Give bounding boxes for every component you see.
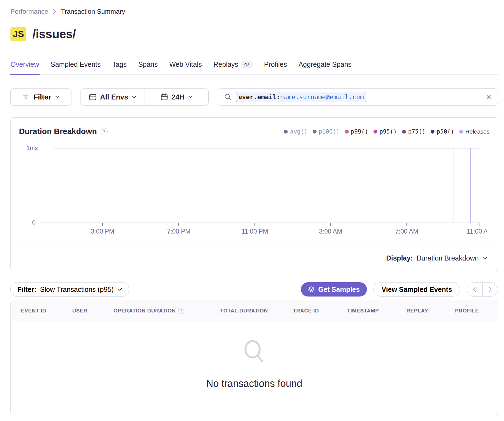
- title-row: JS /issues/: [10, 26, 498, 42]
- empty-state-message: No transactions found: [206, 378, 302, 389]
- x-axis-tick: [406, 223, 407, 226]
- previous-page-button[interactable]: [467, 282, 482, 296]
- column-header-total-duration: TOTAL DURATION: [220, 308, 293, 314]
- breadcrumb: Performance Transaction Summary: [10, 8, 498, 15]
- tab-replays[interactable]: Replays47: [214, 60, 253, 74]
- tab-label: Sampled Events: [51, 60, 101, 68]
- x-axis-tick: [480, 223, 480, 226]
- chevron-down-icon: [55, 96, 60, 98]
- tabs: OverviewSampled EventsTagsSpansWeb Vital…: [10, 60, 498, 75]
- display-selector[interactable]: Duration Breakdown: [416, 254, 487, 262]
- help-icon[interactable]: [178, 308, 184, 314]
- tab-tags[interactable]: Tags: [112, 60, 127, 74]
- display-label: Display:: [386, 254, 413, 262]
- release-marker-line[interactable]: [453, 148, 453, 223]
- empty-state: No transactions found: [11, 321, 498, 389]
- date-range-selector-label: 24H: [171, 93, 185, 101]
- search-token-value: name.surname@email.com: [280, 93, 364, 101]
- filter-lines-icon: [22, 94, 29, 100]
- chevron-down-icon: [482, 257, 487, 260]
- release-marker-line[interactable]: [462, 148, 462, 223]
- pagination: [467, 282, 498, 297]
- page-title: /issues/: [32, 27, 76, 41]
- x-axis-label: 11:00 PM: [242, 228, 268, 235]
- x-axis-tick: [330, 223, 331, 226]
- calendar-icon: [160, 93, 168, 101]
- column-header-label: TRACE ID: [293, 308, 319, 314]
- layers-icon: [308, 286, 315, 293]
- tab-label: Profiles: [264, 60, 287, 68]
- tab-profiles[interactable]: Profiles: [264, 60, 287, 74]
- search-input[interactable]: user.email: name.surname@email.com: [218, 88, 498, 106]
- top-gridline: [54, 148, 480, 149]
- filter-button-label: Filter: [34, 93, 51, 101]
- tab-label: Replays: [214, 60, 238, 68]
- clear-search-icon[interactable]: [486, 94, 492, 100]
- search-token-key: user.email:: [238, 93, 280, 101]
- tab-label: Web Vitals: [169, 60, 202, 68]
- get-samples-button[interactable]: Get Samples: [301, 282, 367, 297]
- date-range-selector[interactable]: 24H: [145, 89, 209, 105]
- y-axis-min-label: 0: [32, 219, 35, 226]
- filter-bar: Filter All Envs 24H: [10, 88, 498, 106]
- column-header-operation-duration: OPERATION DURATION: [113, 308, 220, 314]
- column-header-label: PROFILE: [455, 308, 479, 314]
- tab-sampled-events[interactable]: Sampled Events: [51, 60, 101, 74]
- tab-overview[interactable]: Overview: [10, 60, 39, 74]
- duration-breakdown-card: Duration Breakdown avg()p100()p99()p95()…: [10, 117, 498, 271]
- column-header-replay: REPLAY: [406, 308, 455, 314]
- samples-actions: Get Samples View Sampled Events: [301, 282, 498, 297]
- environment-selector-label: All Envs: [100, 93, 128, 101]
- tab-count-badge: 47: [241, 61, 253, 68]
- get-samples-label: Get Samples: [318, 286, 360, 293]
- x-axis-tick: [102, 223, 103, 226]
- chevron-down-icon: [117, 288, 122, 291]
- table-header-row: EVENT IDUSEROPERATION DURATIONTOTAL DURA…: [11, 300, 498, 321]
- next-page-button[interactable]: [482, 282, 498, 296]
- search-filter-token[interactable]: user.email: name.surname@email.com: [236, 92, 366, 102]
- column-header-user: USER: [72, 308, 113, 314]
- x-axis-tick: [178, 223, 179, 226]
- column-header-timestamp: TIMESTAMP: [347, 308, 406, 314]
- x-axis-line: [40, 223, 480, 223]
- display-selector-value: Duration Breakdown: [416, 254, 479, 262]
- view-sampled-events-button[interactable]: View Sampled Events: [373, 282, 460, 297]
- tab-label: Aggregate Spans: [298, 60, 351, 68]
- tab-label: Overview: [10, 60, 39, 68]
- x-axis-label: 3:00 PM: [91, 228, 114, 235]
- magnifier-empty-icon: [240, 338, 268, 366]
- release-marker-line[interactable]: [470, 148, 471, 223]
- y-axis-max-label: 1ms: [26, 145, 38, 152]
- tab-aggregate-spans[interactable]: Aggregate Spans: [298, 60, 351, 74]
- transaction-filter-dropdown[interactable]: Filter: Slow Transactions (p95): [10, 282, 129, 297]
- column-header-label: REPLAY: [406, 308, 428, 314]
- breadcrumb-performance[interactable]: Performance: [10, 8, 48, 15]
- column-header-label: EVENT ID: [21, 308, 46, 314]
- column-header-event-id: EVENT ID: [21, 308, 72, 314]
- window-icon: [89, 94, 96, 101]
- project-platform-badge: JS: [10, 27, 26, 41]
- tab-spans[interactable]: Spans: [138, 60, 158, 74]
- breadcrumb-transaction-summary: Transaction Summary: [61, 8, 125, 15]
- transaction-filter-label: Filter:: [17, 286, 36, 293]
- env-date-button-group: All Envs 24H: [81, 88, 209, 106]
- x-axis-label: 11:00 AM: [467, 228, 487, 235]
- tab-web-vitals[interactable]: Web Vitals: [169, 60, 202, 74]
- filter-button[interactable]: Filter: [10, 88, 71, 106]
- chart-footer: Display: Duration Breakdown: [11, 245, 498, 271]
- page: Performance Transaction Summary JS /issu…: [0, 8, 504, 416]
- column-header-trace-id: TRACE ID: [293, 308, 347, 314]
- environment-selector[interactable]: All Envs: [81, 89, 145, 105]
- chart-plot-area[interactable]: 1ms 0 3:00 PM7:00 PM11:00 PM3:00 AM7:00 …: [40, 148, 480, 223]
- tab-label: Spans: [138, 60, 158, 68]
- column-header-profile: PROFILE: [455, 308, 498, 314]
- column-header-label: USER: [72, 308, 87, 314]
- search-icon: [224, 93, 232, 101]
- column-header-label: TOTAL DURATION: [220, 308, 268, 314]
- chevron-right-icon: [52, 9, 56, 15]
- transactions-table: EVENT IDUSEROPERATION DURATIONTOTAL DURA…: [10, 300, 498, 416]
- transaction-filter-value: Slow Transactions (p95): [40, 286, 113, 293]
- samples-bar: Filter: Slow Transactions (p95) Get Samp…: [10, 282, 498, 297]
- chevron-down-icon: [132, 96, 136, 98]
- tab-label: Tags: [112, 60, 127, 68]
